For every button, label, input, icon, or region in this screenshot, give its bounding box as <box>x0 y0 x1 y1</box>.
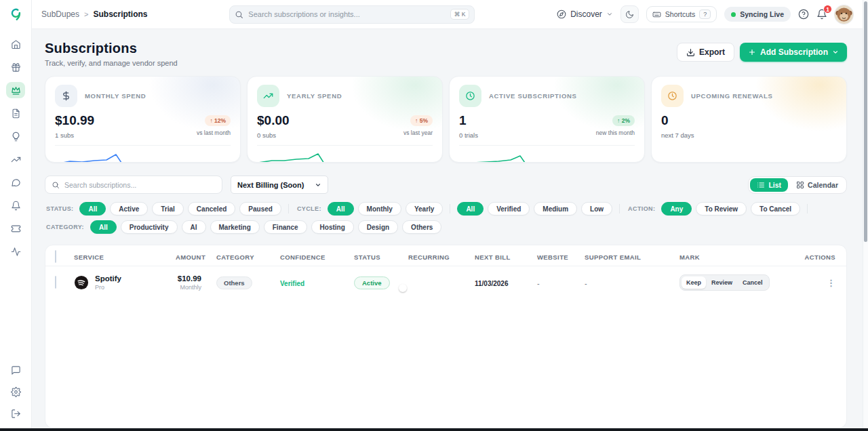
window-bottom-edge <box>0 428 868 431</box>
service-name[interactable]: Spotify <box>95 274 121 283</box>
sidebar-item-notifications[interactable] <box>6 197 25 213</box>
filter-chip-productivity[interactable]: Productivity <box>121 220 178 234</box>
sidebar-item-activity[interactable] <box>6 243 25 260</box>
filter-chip-verified[interactable]: Verified <box>488 202 530 216</box>
stat-value: $0.00 <box>257 113 290 128</box>
user-avatar[interactable] <box>835 5 853 24</box>
sidebar-item-logout[interactable] <box>6 405 25 422</box>
download-icon <box>686 48 695 57</box>
view-calendar-button[interactable]: Calendar <box>789 178 845 192</box>
filter-chip-active[interactable]: Active <box>110 202 148 216</box>
discover-menu[interactable]: Discover <box>557 9 613 19</box>
logout-icon <box>11 409 21 419</box>
sidebar-item-subscriptions[interactable] <box>6 82 25 98</box>
col-header-mark: MARK <box>679 253 798 261</box>
filter-chip-marketing[interactable]: Marketing <box>210 220 260 234</box>
chevron-down-icon <box>832 49 839 56</box>
filter-chip-finance[interactable]: Finance <box>264 220 307 234</box>
sidebar-item-documents[interactable] <box>6 105 25 121</box>
sidebar-item-chat[interactable] <box>6 174 25 190</box>
subscription-search-input[interactable] <box>64 181 216 189</box>
filter-divider <box>450 204 450 213</box>
filter-chip-low[interactable]: Low <box>581 202 612 216</box>
mark-review-button[interactable]: Review <box>707 276 737 289</box>
notifications-button[interactable]: 1 <box>816 9 827 20</box>
view-list-button[interactable]: List <box>750 178 788 192</box>
stat-card-active-subscriptions: ACTIVE SUBSCRIPTIONS10 trials↑ 2%new thi… <box>449 76 645 163</box>
filter-chip-all[interactable]: All <box>328 202 354 216</box>
compass-icon <box>557 9 566 19</box>
support-email-value: - <box>585 279 587 287</box>
sort-select[interactable]: Next Billing (Soon) <box>231 176 328 194</box>
filter-chip-others[interactable]: Others <box>402 220 441 234</box>
stat-sub: next 7 days <box>661 131 694 139</box>
filter-chip-all[interactable]: All <box>90 220 117 234</box>
filter-chip-monthly[interactable]: Monthly <box>358 202 401 216</box>
export-button[interactable]: Export <box>677 43 734 62</box>
message-square-icon <box>11 365 21 375</box>
sidebar-item-home[interactable] <box>6 36 25 52</box>
global-search-input[interactable] <box>248 10 445 18</box>
filter-chip-yearly[interactable]: Yearly <box>406 202 443 216</box>
filter-group-label: STATUS: <box>46 205 73 212</box>
subscription-search[interactable] <box>45 176 222 194</box>
bell-icon <box>11 201 21 211</box>
sidebar-item-analytics[interactable] <box>6 151 25 167</box>
mark-keep-button[interactable]: Keep <box>682 276 706 289</box>
select-all-checkbox[interactable] <box>55 250 56 263</box>
confidence-label: Verified <box>280 280 304 287</box>
sidebar-item-insights[interactable] <box>6 128 25 144</box>
topbar-actions: Discover Shortcuts ? Syncing Live 1 <box>557 5 853 24</box>
filter-chip-medium[interactable]: Medium <box>534 202 577 216</box>
help-button[interactable] <box>798 9 809 20</box>
stat-sparkline <box>55 145 231 163</box>
breadcrumb-separator: > <box>84 10 88 18</box>
sidebar-item-settings[interactable] <box>6 384 25 400</box>
sidebar-item-rewards[interactable] <box>6 59 25 75</box>
stat-card-upcoming-renewals: UPCOMING RENEWALS0next 7 days <box>651 76 847 163</box>
table-row: Spotify Pro $10.99 Monthly Others Verifi… <box>45 266 846 299</box>
help-circle-icon <box>798 9 809 20</box>
sidebar-item-deals[interactable] <box>6 220 25 237</box>
amount-value: $10.99 <box>176 274 201 283</box>
scrollbar-thumb[interactable] <box>864 1 867 242</box>
page-title: Subscriptions <box>45 41 178 56</box>
filter-chip-canceled[interactable]: Canceled <box>188 202 235 216</box>
filter-chip-to-review[interactable]: To Review <box>696 202 747 216</box>
filter-chip-to-cancel[interactable]: To Cancel <box>751 202 800 216</box>
app-logo[interactable] <box>0 0 31 29</box>
dark-mode-toggle[interactable] <box>620 5 639 23</box>
stat-label: UPCOMING RENEWALS <box>691 92 773 100</box>
add-subscription-button[interactable]: Add Subscription <box>740 43 847 62</box>
breadcrumb-app[interactable]: SubDupes <box>41 9 79 19</box>
filter-chip-all[interactable]: All <box>79 202 106 216</box>
row-checkbox[interactable] <box>55 276 56 289</box>
filter-chip-ai[interactable]: AI <box>182 220 206 234</box>
shortcuts-button[interactable]: Shortcuts ? <box>646 6 717 22</box>
clock-icon <box>667 91 677 101</box>
trend-icon-box <box>257 85 279 107</box>
avatar-image <box>835 5 853 24</box>
status-badge: Active <box>354 276 390 289</box>
filter-chip-any[interactable]: Any <box>661 202 692 216</box>
sidebar-item-feedback[interactable] <box>6 362 25 378</box>
gear-icon <box>11 387 21 397</box>
col-header-recurring: RECURRING <box>408 253 475 261</box>
search-shortcut-badge: ⌘ K <box>450 9 470 20</box>
filter-chip-design[interactable]: Design <box>358 220 398 234</box>
col-header-amount: AMOUNT <box>176 253 216 261</box>
filter-chip-paused[interactable]: Paused <box>239 202 281 216</box>
filter-chip-hosting[interactable]: Hosting <box>311 220 354 234</box>
dollar-icon-box <box>55 85 77 107</box>
col-header-confidence: CONFIDENCE <box>280 253 354 261</box>
clock-icon <box>465 91 475 101</box>
filter-chip-trial[interactable]: Trial <box>152 202 184 216</box>
filter-chip-all[interactable]: All <box>457 202 484 216</box>
vertical-scrollbar[interactable] <box>863 0 868 428</box>
filter-group-label: ACTION: <box>628 205 655 212</box>
mark-cancel-button[interactable]: Cancel <box>738 276 768 289</box>
category-tag[interactable]: Others <box>216 276 252 289</box>
filter-divider <box>288 204 289 213</box>
global-search[interactable]: ⌘ K <box>229 5 475 24</box>
row-actions-kebab[interactable]: ⋮ <box>827 279 835 287</box>
